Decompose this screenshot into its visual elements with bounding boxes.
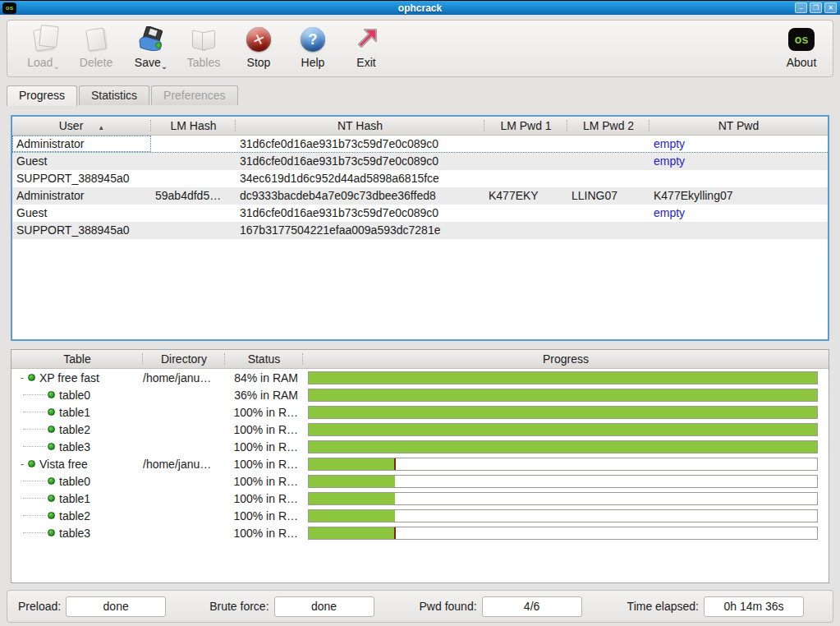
table-status-dot-icon [48,477,55,485]
tables-panel-header: Table Directory Status Progress [11,350,829,369]
tab-bar: Progress Statistics Preferences [7,85,240,106]
table-status-dot-icon [48,443,55,450]
progress-bar [308,423,818,436]
column-header-lm-hash[interactable]: LM Hash [151,117,236,135]
table-progress-row[interactable]: table2100% in R… [11,421,829,438]
delete-button[interactable]: Delete [73,25,119,69]
table-name: table1 [59,406,90,419]
pwd-found-value: 4/6 [482,596,582,617]
progress-cell [303,509,829,522]
column-header-directory[interactable]: Directory [143,350,225,368]
table-name: XP free fast [39,371,99,384]
table-progress-row[interactable]: -XP free fast/home/janu…84% in RAM [11,369,829,386]
tree-expander[interactable]: - [18,372,26,384]
table-status-dot-icon [28,460,35,467]
tree-guide-line [23,446,46,447]
progress-fill [309,407,817,418]
progress-bar [308,389,818,402]
table-status-dot-icon [48,408,55,416]
table-progress-row[interactable]: table2100% in R… [11,507,829,524]
column-header-progress[interactable]: Progress [303,350,829,368]
table-status-dot-icon [48,529,55,536]
tree-guide-line [23,498,46,499]
cell-nt-hash: 34ec619d1d6c952d44ad5898a6815fce [236,170,484,187]
table-progress-row[interactable]: table1100% in R… [11,490,829,507]
progress-fill [309,441,817,453]
column-header-nt-hash[interactable]: NT Hash [236,117,484,135]
cell-lm-pwd1 [484,205,567,222]
hash-row[interactable]: SUPPORT_388945a0167b3177504221efaa009a59… [12,222,828,239]
title-bar[interactable]: os ophcrack – ❐ ✕ [0,0,840,15]
status-cell: 100% in R… [225,423,303,436]
minimize-button[interactable]: – [795,2,807,13]
cell-user: Administrator [12,187,151,205]
status-cell: 100% in R… [225,527,303,540]
cell-lm-pwd1 [484,222,567,239]
table-name: Vista free [39,458,88,471]
table-name: table0 [59,389,90,402]
column-header-nt-pwd[interactable]: NT Pwd [650,117,828,135]
progress-fill [309,372,817,384]
exit-button[interactable]: Exit [351,25,382,69]
table-progress-row[interactable]: table036% in RAM [11,386,829,403]
table-progress-row[interactable]: table1100% in R… [11,403,829,421]
cell-user: Guest [12,205,151,222]
tree-expander[interactable]: - [18,458,26,470]
stop-button[interactable]: ✕ Stop [241,25,276,69]
progress-bar [308,458,818,471]
status-cell: 84% in RAM [225,371,303,384]
tab-preferences[interactable]: Preferences [151,85,237,105]
table-progress-row[interactable]: table0100% in R… [11,472,829,490]
load-button[interactable]: Load⌄ [22,25,65,71]
cell-lm-pwd2 [567,205,650,222]
table-name: table2 [59,423,90,436]
tables-button[interactable]: Tables [181,25,226,69]
column-header-lm-pwd2[interactable]: LM Pwd 2 [567,117,650,135]
about-os-icon: os [782,25,821,54]
progress-cell [303,475,829,488]
progress-fill [309,458,395,470]
tree-guide-line [23,412,46,412]
hash-row[interactable]: Administrator31d6cfe0d16ae931b73c59d7e0c… [12,136,828,153]
progress-cell [303,458,829,471]
table-status-dot-icon [48,495,55,502]
time-elapsed-value: 0h 14m 36s [704,596,804,617]
tab-progress[interactable]: Progress [7,85,77,106]
hash-row[interactable]: Administrator59ab4dfd5…dc9333bacdeb4a7e0… [12,187,828,205]
hash-table: User▲ LM Hash NT Hash LM Pwd 1 LM Pwd 2 … [11,115,829,341]
column-header-status[interactable]: Status [225,350,303,368]
progress-marker [394,458,396,470]
progress-fill [309,424,817,435]
load-dropdown-caret: ⌄ [53,62,59,71]
hash-row[interactable]: Guest31d6cfe0d16ae931b73c59d7e0c089c0emp… [12,205,828,222]
close-button[interactable]: ✕ [824,2,837,13]
hash-row[interactable]: SUPPORT_388945a034ec619d1d6c952d44ad5898… [12,170,828,187]
cell-nt-hash: dc9333bacdeb4a7e09c73dbee36ffed8 [236,187,484,205]
cell-lm-pwd1 [484,136,567,152]
progress-bar [308,371,818,384]
table-progress-row[interactable]: table3100% in R… [11,438,829,455]
progress-fill [309,476,395,487]
cell-user: Administrator [12,136,151,152]
about-button[interactable]: os About [782,25,821,69]
table-progress-row[interactable]: table3100% in R… [11,524,829,541]
tab-statistics[interactable]: Statistics [79,85,149,105]
cell-lm-pwd2 [567,136,650,152]
status-bar: Preload: done Brute force: done Pwd foun… [7,590,833,623]
column-header-lm-pwd1[interactable]: LM Pwd 1 [484,117,567,135]
hash-row[interactable]: Guest31d6cfe0d16ae931b73c59d7e0c089c0emp… [12,153,828,170]
column-header-table[interactable]: Table [11,350,143,368]
table-progress-row[interactable]: -Vista free/home/janu…100% in R… [11,455,829,472]
progress-fill [309,389,817,401]
tree-cell: table3 [11,527,143,540]
tree-cell: table2 [11,423,143,436]
progress-marker [394,527,396,539]
column-header-user[interactable]: User▲ [12,117,151,135]
help-button[interactable]: ? Help [296,25,330,69]
save-button[interactable]: Save⌄ [131,25,172,71]
maximize-button[interactable]: ❐ [810,2,822,13]
window-title: ophcrack [0,2,840,14]
cell-user: Guest [12,153,151,170]
load-icon [22,25,65,54]
toolbar: Load⌄ Delete Save⌄ Tables ✕ [7,20,833,77]
